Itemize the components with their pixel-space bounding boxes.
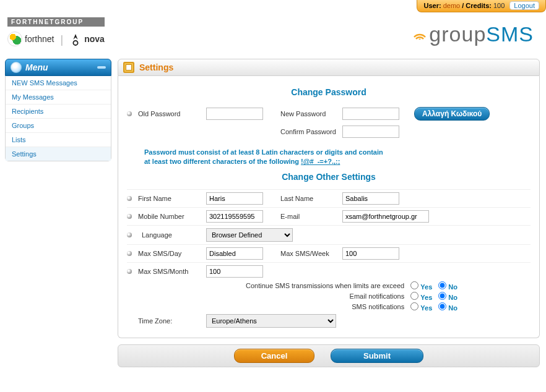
continue-limits-label: Continue SMS transmissions when limits a…: [127, 282, 408, 289]
row-bullet-icon: [127, 269, 132, 274]
user-credits-bar: User: demo / Credits: 100 Logout: [417, 0, 546, 12]
nova-crown-icon: [69, 32, 82, 46]
sidebar-item-my-messages[interactable]: My Messages: [6, 90, 111, 104]
timezone-label: Time Zone:: [138, 317, 200, 325]
nova-logo: nova: [69, 32, 105, 46]
page-header: Settings: [118, 59, 540, 76]
groupsms-logo: groupSMS: [412, 22, 534, 46]
new-password-input[interactable]: [342, 108, 399, 120]
credits-label: / Credits:: [462, 2, 492, 9]
logout-link[interactable]: Logout: [509, 1, 539, 10]
user-label: User:: [423, 2, 441, 9]
credits-value: 100: [493, 2, 505, 9]
max-sms-month-input[interactable]: [206, 265, 263, 278]
confirm-password-input[interactable]: [342, 126, 399, 138]
continue-yes-radio[interactable]: Yes: [410, 281, 432, 291]
change-password-button[interactable]: Αλλαγή Κωδικού: [414, 107, 490, 121]
sidebar-item-recipients[interactable]: Recipients: [6, 104, 111, 119]
username: demo: [443, 2, 461, 9]
wifi-icon: [412, 27, 428, 41]
max-sms-month-label: Max SMS/Month: [138, 268, 200, 275]
left-logo-block: FORTHNETGROUP forthnet | nova: [7, 17, 105, 46]
max-sms-week-label: Max SMS/Week: [280, 250, 336, 257]
menu-title: Menu: [25, 62, 48, 72]
continue-no-radio[interactable]: No: [438, 281, 457, 291]
email-label: E-mail: [280, 213, 336, 220]
last-name-label: Last Name: [280, 195, 336, 202]
menu-list: NEW SMS MessagesMy MessagesRecipientsGro…: [5, 76, 111, 161]
submit-button[interactable]: Submit: [331, 349, 423, 363]
svg-point-1: [419, 38, 421, 40]
timezone-select[interactable]: Europe/Athens: [206, 314, 336, 328]
sidebar-item-lists[interactable]: Lists: [6, 133, 111, 147]
old-password-label: Old Password: [138, 110, 200, 117]
menu-header[interactable]: Menu: [5, 59, 111, 76]
row-bullet-icon: [127, 111, 132, 116]
sms-notifications-label: SMS notifications: [127, 303, 408, 310]
forthnet-swirl-icon: [7, 32, 22, 46]
forthnet-logo: forthnet: [7, 32, 54, 46]
email-notif-yes-radio[interactable]: Yes: [410, 292, 432, 301]
old-password-input[interactable]: [206, 108, 263, 120]
sidebar-item-groups[interactable]: Groups: [6, 119, 111, 133]
language-label: Language: [138, 231, 200, 239]
cancel-button[interactable]: Cancel: [234, 349, 314, 363]
row-bullet-icon: [127, 214, 132, 219]
row-bullet-icon: [127, 196, 132, 201]
menu-collapse-icon[interactable]: [97, 66, 106, 69]
mobile-label: Mobile Number: [138, 213, 200, 220]
first-name-input[interactable]: [206, 192, 263, 205]
globe-icon: [11, 62, 22, 73]
first-name-label: First Name: [138, 195, 200, 202]
email-input[interactable]: [342, 210, 429, 223]
email-notif-no-radio[interactable]: No: [438, 292, 457, 301]
max-sms-day-input[interactable]: [206, 247, 263, 260]
mobile-input[interactable]: [206, 210, 263, 223]
action-bar: Cancel Submit: [118, 344, 540, 367]
new-password-label: New Password: [280, 110, 336, 117]
svg-point-0: [74, 41, 78, 45]
change-other-settings-heading: Change Other Settings: [127, 172, 531, 182]
sms-notif-yes-radio[interactable]: Yes: [410, 302, 432, 312]
email-notifications-label: Email notifications: [127, 292, 408, 300]
confirm-password-label: Confirm Password: [280, 128, 336, 135]
last-name-input[interactable]: [342, 192, 399, 205]
password-hint: Password must consist of at least 8 Lati…: [144, 148, 531, 167]
row-bullet-icon: [127, 251, 132, 256]
page-title: Settings: [139, 62, 173, 72]
language-select[interactable]: Browser Defined: [206, 228, 293, 242]
sidebar-item-settings[interactable]: Settings: [6, 147, 111, 161]
sidebar-item-new-sms-messages[interactable]: NEW SMS Messages: [6, 76, 111, 90]
change-password-heading: Change Password: [127, 87, 531, 97]
max-sms-week-input[interactable]: [342, 247, 399, 260]
settings-page-icon: [123, 62, 134, 73]
row-bullet-icon: [127, 232, 132, 237]
forthnetgroup-logo: FORTHNETGROUP: [7, 17, 105, 27]
max-sms-day-label: Max SMS/Day: [138, 250, 200, 257]
brand-divider: |: [60, 33, 63, 46]
sms-notif-no-radio[interactable]: No: [438, 302, 457, 312]
